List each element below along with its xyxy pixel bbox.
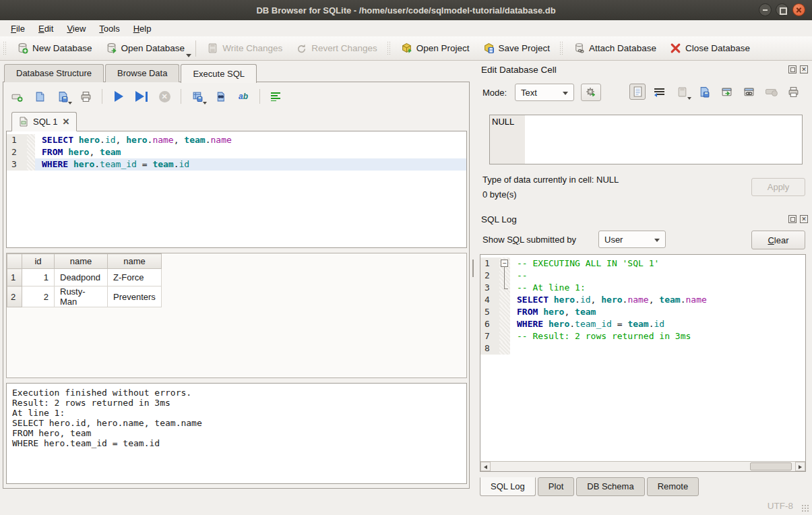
- maximize-icon[interactable]: [776, 3, 788, 16]
- attach-database-button[interactable]: Attach Database: [567, 38, 663, 59]
- open-external-button[interactable]: [718, 84, 735, 100]
- autocomplete-button[interactable]: ab: [235, 88, 251, 104]
- toolbar-grip[interactable]: [3, 41, 7, 56]
- results-col-id[interactable]: id: [22, 254, 55, 269]
- result-cell[interactable]: Preventers: [108, 286, 162, 307]
- code-text[interactable]: SELECT hero.id, hero.name, team.name: [510, 294, 805, 306]
- editor-results-splitter[interactable]: [3, 248, 469, 253]
- import-cell-button[interactable]: [674, 84, 690, 100]
- tab-execute-sql[interactable]: Execute SQL: [181, 64, 257, 83]
- set-null-button[interactable]: [763, 84, 779, 100]
- scroll-right-icon[interactable]: [795, 462, 805, 471]
- fold-margin[interactable]: [499, 258, 510, 270]
- code-text[interactable]: WHERE hero.team_id = team.id: [510, 318, 805, 330]
- save-sql-file-button[interactable]: [55, 88, 71, 104]
- save-project-button[interactable]: Save Project: [476, 38, 557, 59]
- dock-tab-db-schema[interactable]: DB Schema: [576, 477, 644, 496]
- code-text[interactable]: -- Result: 2 rows returned in 3ms: [510, 330, 805, 342]
- open-sql-file-button[interactable]: [32, 88, 48, 104]
- close-icon[interactable]: [792, 3, 805, 16]
- execute-line-button[interactable]: [133, 88, 150, 104]
- titlebar[interactable]: DB Browser for SQLite - /home/user/code/…: [0, 0, 812, 20]
- encoding-indicator[interactable]: UTF-8: [768, 501, 793, 511]
- result-cell[interactable]: Z-Force: [108, 269, 162, 286]
- code-text[interactable]: -- EXECUTING ALL IN 'SQL 1': [510, 258, 805, 270]
- cell-editor[interactable]: NULL: [489, 115, 803, 164]
- fold-margin[interactable]: [499, 318, 510, 330]
- open-project-button[interactable]: Open Project: [394, 38, 476, 59]
- dock-tab-plot[interactable]: Plot: [538, 477, 574, 496]
- menu-help[interactable]: Help: [127, 22, 158, 35]
- float-panel-icon[interactable]: [788, 215, 797, 223]
- clear-log-button[interactable]: Clear: [751, 231, 805, 249]
- code-text[interactable]: FROM hero, team: [35, 146, 466, 158]
- auto-apply-button[interactable]: [581, 84, 601, 101]
- print-cell-button[interactable]: [785, 84, 801, 100]
- open-sql-tab-button[interactable]: [9, 88, 25, 104]
- code-text[interactable]: [510, 342, 805, 355]
- code-text[interactable]: --: [510, 270, 805, 282]
- tab-browse-data[interactable]: Browse Data: [105, 64, 179, 82]
- fold-collapse-icon[interactable]: [501, 260, 508, 267]
- menu-edit[interactable]: Edit: [32, 22, 60, 35]
- toolbar-grip[interactable]: [387, 41, 392, 56]
- revert-changes-button[interactable]: Revert Changes: [289, 38, 384, 59]
- code-text[interactable]: FROM hero, team: [510, 306, 805, 318]
- export-results-button[interactable]: [189, 88, 206, 104]
- tab-database-structure[interactable]: Database Structure: [4, 64, 104, 82]
- result-cell[interactable]: Deadpond: [55, 269, 108, 286]
- scrollbar-thumb[interactable]: [750, 462, 792, 471]
- open-database-button[interactable]: Open Database: [99, 38, 192, 59]
- close-panel-icon[interactable]: [800, 65, 808, 73]
- sql1-tab[interactable]: SQL 1: [11, 112, 77, 131]
- result-cell[interactable]: 2: [22, 286, 55, 307]
- fold-margin[interactable]: [499, 306, 510, 318]
- print-button[interactable]: [77, 88, 94, 104]
- dock-tab-remote[interactable]: Remote: [647, 477, 699, 496]
- code-text[interactable]: WHERE hero.team_id = team.id: [35, 158, 466, 171]
- write-changes-button[interactable]: Write Changes: [200, 38, 289, 59]
- float-panel-icon[interactable]: [788, 65, 797, 73]
- fold-margin[interactable]: [499, 342, 510, 355]
- cell-editor-content[interactable]: [525, 115, 802, 164]
- find-replace-button[interactable]: [212, 88, 228, 104]
- menu-view[interactable]: View: [60, 22, 92, 35]
- minimize-icon[interactable]: [759, 3, 772, 16]
- save-sql-dropdown-icon[interactable]: [68, 102, 72, 104]
- dock-tab-sql-log[interactable]: SQL Log: [480, 477, 536, 496]
- code-text[interactable]: SELECT hero.id, hero.name, team.name: [35, 134, 466, 146]
- results-col-name2[interactable]: name: [108, 254, 162, 269]
- new-database-button[interactable]: New Database: [10, 38, 99, 59]
- code-text[interactable]: -- At line 1:: [510, 282, 805, 294]
- format-sql-button[interactable]: [268, 88, 284, 104]
- text-mode-button[interactable]: [629, 84, 646, 100]
- stop-button[interactable]: [156, 88, 173, 104]
- fold-margin[interactable]: [499, 282, 510, 294]
- close-tab-icon[interactable]: [62, 117, 69, 127]
- execution-message[interactable]: Execution finished without errors. Resul…: [6, 383, 467, 484]
- log-filter-combobox[interactable]: User: [598, 231, 666, 248]
- menu-file[interactable]: File: [4, 22, 32, 35]
- fold-margin[interactable]: [499, 330, 510, 342]
- row-header[interactable]: 1: [7, 269, 22, 286]
- fold-margin[interactable]: [499, 270, 510, 282]
- results-corner-header[interactable]: [7, 254, 22, 269]
- import-cell-dropdown-icon[interactable]: [687, 97, 691, 100]
- result-cell[interactable]: 1: [22, 269, 55, 286]
- close-database-button[interactable]: Close Database: [663, 38, 757, 59]
- resize-grip[interactable]: [801, 504, 810, 513]
- mode-combobox[interactable]: Text: [515, 84, 574, 101]
- copy-link-button[interactable]: [741, 84, 757, 100]
- result-cell[interactable]: Rusty-Man: [55, 286, 108, 307]
- open-database-dropdown-icon[interactable]: [186, 54, 191, 57]
- horizontal-scrollbar[interactable]: [480, 461, 805, 471]
- toolbar-grip[interactable]: [559, 41, 564, 56]
- sql-log-view[interactable]: 1-- EXECUTING ALL IN 'SQL 1'2--3-- At li…: [480, 254, 806, 472]
- export-results-dropdown-icon[interactable]: [203, 102, 207, 104]
- sql-editor[interactable]: 1SELECT hero.id, hero.name, team.name2FR…: [6, 131, 467, 248]
- menu-tools[interactable]: Tools: [92, 22, 126, 35]
- execute-all-button[interactable]: [111, 88, 127, 104]
- close-panel-icon[interactable]: [800, 215, 808, 223]
- fold-margin[interactable]: [499, 294, 510, 306]
- export-cell-button[interactable]: [696, 84, 712, 100]
